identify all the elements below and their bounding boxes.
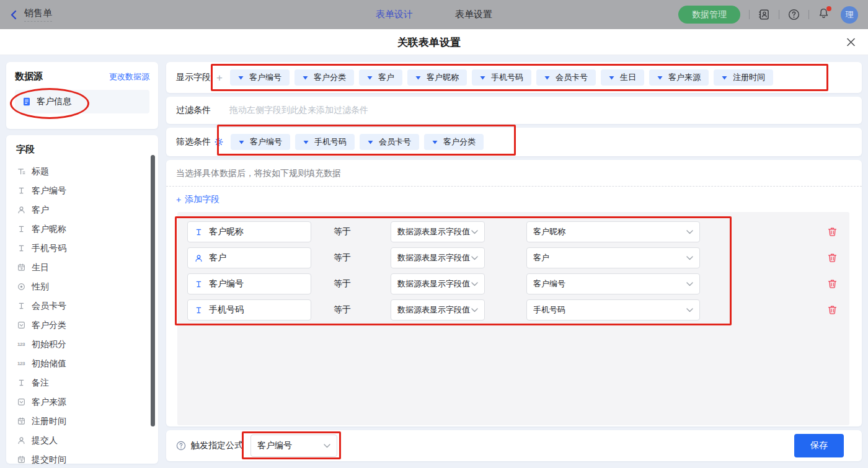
- field-type-icon: [16, 225, 26, 233]
- rule-value-select[interactable]: 手机号码: [526, 299, 700, 320]
- field-chip[interactable]: 手机号码: [472, 69, 531, 86]
- chip-label: 会员卡号: [379, 136, 411, 148]
- rule-operator: 等于: [334, 278, 353, 289]
- sidebar-field-item[interactable]: 客户分类: [6, 316, 158, 335]
- sidebar-field-item[interactable]: 备注: [6, 373, 158, 392]
- change-datasource-link[interactable]: 更改数据源: [109, 71, 149, 82]
- field-label: 客户: [32, 205, 49, 216]
- rule-field-label: 客户昵称: [209, 226, 244, 237]
- sidebar-field-item[interactable]: 客户来源: [6, 392, 158, 412]
- fill-rule-row: 客户 等于 数据源表显示字段值 客户: [187, 247, 849, 268]
- rule-value-select[interactable]: 客户昵称: [526, 221, 700, 242]
- sidebar-field-item[interactable]: 会员卡号: [6, 296, 158, 316]
- field-chip[interactable]: 客户: [359, 69, 402, 86]
- field-chip[interactable]: 会员卡号: [536, 69, 596, 86]
- field-chip[interactable]: 客户编号: [230, 69, 290, 86]
- sidebar-field-item[interactable]: 注册时间: [6, 412, 158, 431]
- field-type-icon: [16, 244, 26, 252]
- sidebar-field-item[interactable]: 客户昵称: [6, 219, 158, 239]
- sidebar-field-item[interactable]: 生日: [6, 258, 158, 277]
- add-display-field-button[interactable]: +: [216, 73, 223, 83]
- trash-icon[interactable]: [828, 227, 837, 237]
- sidebar-field-item[interactable]: 客户: [6, 200, 158, 219]
- field-type-icon: [16, 167, 26, 175]
- topbar-tabs: 表单设计 表单设置: [376, 0, 492, 29]
- rule-value-select[interactable]: 客户: [526, 247, 700, 268]
- tab-form-design[interactable]: 表单设计: [376, 9, 413, 20]
- rule-target-field[interactable]: 客户: [187, 247, 311, 268]
- fields-list: 标题 客户编号 客户 客户昵称 手机号码 生日 性别 会员卡号 客户分类 123…: [6, 162, 158, 468]
- trash-icon[interactable]: [828, 305, 837, 315]
- sidebar-field-item[interactable]: 客户编号: [6, 181, 158, 200]
- field-chip[interactable]: 注册时间: [714, 69, 773, 86]
- rule-source-select[interactable]: 数据源表显示字段值: [391, 273, 485, 294]
- notification-bell-icon[interactable]: [818, 7, 830, 22]
- field-chip[interactable]: 会员卡号: [360, 134, 419, 150]
- rule-source-select[interactable]: 数据源表显示字段值: [391, 247, 485, 268]
- close-icon[interactable]: [846, 37, 856, 46]
- rule-target-field[interactable]: 手机号码: [187, 299, 311, 320]
- chip-label: 会员卡号: [556, 72, 588, 83]
- rule-target-field[interactable]: 客户编号: [187, 273, 311, 294]
- fill-rules-panel: 当选择具体数据后，将按如下规则填充数据 + 添加字段 客户昵称 等于 数据源表显…: [166, 160, 862, 426]
- question-icon[interactable]: [176, 441, 186, 451]
- sidebar-field-item[interactable]: 提交人: [6, 431, 158, 450]
- field-type-icon: [16, 302, 26, 310]
- dashed-divider: [166, 186, 862, 187]
- rule-operator: 等于: [334, 226, 353, 237]
- modal-footer: 触发指定公式 客户编号 保存: [166, 430, 862, 461]
- data-manage-button[interactable]: 数据管理: [678, 6, 740, 24]
- chip-label: 客户昵称: [427, 72, 459, 83]
- field-chip[interactable]: 客户来源: [649, 69, 709, 86]
- sidebar-field-item[interactable]: 性别: [6, 277, 158, 296]
- rule-source-select[interactable]: 数据源表显示字段值: [391, 299, 485, 320]
- tab-form-settings[interactable]: 表单设置: [455, 9, 492, 20]
- field-type-icon: [16, 379, 26, 387]
- rule-source-select[interactable]: 数据源表显示字段值: [391, 221, 485, 242]
- fields-panel: 字段 标题 客户编号 客户 客户昵称 手机号码 生日 性别 会员卡号 客户分类 …: [6, 135, 158, 464]
- field-label: 会员卡号: [32, 301, 66, 312]
- sidebar-field-item[interactable]: 123 初始积分: [6, 335, 158, 354]
- help-icon[interactable]: [788, 9, 800, 20]
- field-chip[interactable]: 客户分类: [424, 134, 484, 150]
- trash-icon[interactable]: [828, 279, 837, 289]
- field-type-icon: [194, 228, 203, 236]
- filter-conditions-row: 过滤条件 拖动左侧字段到此处来添加过滤条件: [166, 97, 862, 124]
- trigger-formula-select[interactable]: 客户编号: [250, 435, 337, 457]
- sidebar-field-item[interactable]: 123 初始储值: [6, 354, 158, 373]
- field-chip[interactable]: 生日: [601, 69, 644, 86]
- field-label: 提交人: [32, 435, 58, 446]
- sidebar-field-item[interactable]: 标题: [6, 162, 158, 181]
- chip-label: 客户分类: [314, 72, 346, 83]
- field-type-icon: [194, 306, 203, 314]
- back-button[interactable]: 销售单: [10, 7, 52, 22]
- form-title[interactable]: 销售单: [24, 7, 52, 22]
- field-chip[interactable]: 客户昵称: [407, 69, 467, 86]
- sidebar-field-item[interactable]: 手机号码: [6, 239, 158, 258]
- field-chip[interactable]: 客户编号: [231, 134, 290, 150]
- trash-icon[interactable]: [828, 253, 837, 263]
- contacts-icon[interactable]: [758, 9, 770, 20]
- field-chip[interactable]: 手机号码: [295, 134, 355, 150]
- selected-datasource[interactable]: 客户信息: [15, 90, 149, 113]
- field-label: 性别: [32, 281, 49, 293]
- add-field-link[interactable]: + 添加字段: [176, 194, 219, 205]
- rule-value-select[interactable]: 客户编号: [526, 273, 700, 294]
- user-avatar[interactable]: 理: [841, 6, 858, 24]
- rule-value-text: 客户昵称: [533, 226, 565, 237]
- field-chip[interactable]: 客户分类: [294, 69, 354, 86]
- datasource-title: 数据源: [15, 71, 43, 82]
- gear-icon[interactable]: [215, 138, 223, 146]
- field-label: 客户编号: [32, 185, 66, 196]
- rule-field-label: 手机号码: [209, 304, 244, 316]
- field-type-icon: [16, 263, 26, 272]
- scrollbar-thumb[interactable]: [151, 155, 155, 426]
- sidebar-field-item[interactable]: 提交时间: [6, 450, 158, 468]
- save-button[interactable]: 保存: [794, 434, 844, 457]
- rule-target-field[interactable]: 客户昵称: [187, 221, 311, 242]
- filter-drop-placeholder[interactable]: 拖动左侧字段到此处来添加过滤条件: [229, 105, 368, 116]
- rule-source-value: 数据源表显示字段值: [397, 226, 470, 237]
- field-label: 初始储值: [32, 358, 66, 369]
- rule-source-value: 数据源表显示字段值: [397, 278, 470, 289]
- rule-value-text: 客户编号: [533, 278, 565, 289]
